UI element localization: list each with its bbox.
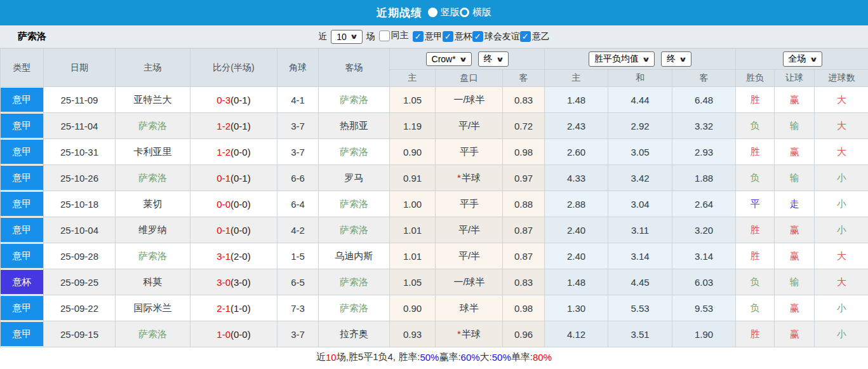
page-title: 近期战绩 [377,6,422,20]
avg-lose-odds: 1.88 [672,165,736,191]
subcol-ah-line: 盘口 [436,70,503,87]
avg-time-select[interactable]: 终 ∨ [661,51,691,67]
score-cell: 0-1(0-0) [190,217,277,243]
outcome-result: 负 [736,165,775,191]
same-home-checkbox[interactable]: 同主 [379,30,409,41]
col-header-type: 类型 [1,49,44,87]
chevron-down-icon: ∨ [495,55,504,64]
chevron-down-icon: ∨ [642,55,650,64]
table-row: 意甲 25-09-28 萨索洛 3-1(2-0) 1-5 乌迪内斯 1.01 平… [1,243,868,269]
ah-home-odds: 0.91 [390,165,436,191]
handicap-time-select[interactable]: 终 ∨ [478,51,509,67]
league-checkbox-意甲[interactable]: ✓意甲 [413,31,443,43]
outcome-result: 负 [736,269,775,295]
goals-result: 小 [815,165,868,191]
away-team: 拉齐奥 [319,321,390,347]
result-group-header: 全场 ∨ [736,49,868,70]
home-team: 亚特兰大 [116,87,190,113]
ah-away-odds: 0.87 [503,243,545,269]
avg-odds-select[interactable]: 胜平负均值 ∨ [589,51,655,67]
league-checkbox-意乙[interactable]: ✓意乙 [520,31,550,43]
summary-segment: 场,胜5平1负4, 胜率: [337,351,420,363]
home-team: 萨索洛 [116,113,190,139]
league-type-cell: 意甲 [1,217,44,243]
table-row: 意甲 25-10-31 卡利亚里 1-2(0-0) 3-7 萨索洛 0.90 平… [1,139,868,165]
avg-win-odds: 2.43 [545,113,608,139]
corner-count: 6-6 [277,165,319,191]
checkbox-checked-icon[interactable]: ✓ [472,31,483,42]
league-checkbox-球会友谊[interactable]: ✓球会友谊 [472,31,520,43]
chevron-down-icon: ∨ [679,55,687,64]
away-team: 萨索洛 [319,191,390,217]
avg-win-odds: 1.48 [545,87,608,113]
score-cell: 1-0(0-0) [190,321,277,347]
period-select[interactable]: 全场 ∨ [783,51,822,67]
handicap-result: 输 [775,165,815,191]
ah-away-odds: 0.87 [503,217,545,243]
checkbox-label: 意乙 [532,31,550,43]
checkbox-checked-icon[interactable]: ✓ [443,31,453,42]
summary-segment: 50% [492,352,511,363]
table-row: 意甲 25-11-09 亚特兰大 0-3(0-1) 4-1 萨索洛 1.05 一… [1,87,868,113]
col-header-date: 日期 [44,49,116,87]
ah-home-odds: 1.01 [390,217,436,243]
chevron-down-icon: ∨ [809,55,817,64]
same-home-checkbox-wrap: 同主 [379,30,409,43]
subcol-avg-draw: 和 [608,70,672,87]
checkbox-label: 意甲 [425,31,443,43]
avg-odds-group-header: 胜平负均值 ∨ 终 ∨ [545,49,736,70]
col-header-corner: 角球 [277,49,319,87]
table-row: 意甲 25-09-15 萨索洛 1-0(0-0) 3-7 拉齐奥 0.93 *半… [1,321,868,347]
match-date: 25-09-15 [44,321,116,347]
bookmaker-select[interactable]: Crow* ∨ [426,52,472,66]
layout-radio-horizontal[interactable]: 横版 [460,6,491,18]
radio-icon[interactable] [460,8,469,17]
title-bar: 近期战绩 竖版横版 [0,0,868,25]
avg-lose-odds: 2.93 [672,139,736,165]
avg-win-odds: 2.40 [545,243,608,269]
checkbox-label: 同主 [391,30,409,41]
table-row: 意甲 25-10-18 莱切 0-0(0-0) 6-4 萨索洛 1.00 平手 … [1,191,868,217]
ah-home-odds: 0.90 [390,295,436,321]
outcome-result: 胜 [736,217,775,243]
subcol-goals: 进球数 [815,70,868,87]
match-date: 25-10-26 [44,165,116,191]
subcol-avg-lose: 客 [672,70,736,87]
league-type-cell: 意甲 [1,113,44,139]
avg-draw-odds: 4.44 [608,87,672,113]
home-team: 萨索洛 [116,243,190,269]
outcome-result: 胜 [736,139,775,165]
layout-radio-group: 竖版横版 [428,6,491,20]
avg-draw-odds: 4.45 [608,269,672,295]
avg-draw-odds: 3.04 [608,191,672,217]
ah-away-odds: 0.88 [503,191,545,217]
goals-result: 大 [815,243,868,269]
league-type-cell: 意甲 [1,139,44,165]
away-team: 罗马 [319,165,390,191]
summary-segment: 10 [326,352,337,363]
avg-draw-odds: 2.92 [608,113,672,139]
subcol-handicap-result: 让球 [775,70,815,87]
handicap-result: 走 [775,191,815,217]
avg-lose-odds: 2.64 [672,191,736,217]
radio-icon[interactable] [428,8,437,17]
ah-away-odds: 0.98 [503,139,545,165]
checkbox-unchecked-icon[interactable] [379,30,390,41]
handicap-result: 赢 [775,217,815,243]
avg-draw-odds: 3.42 [608,165,672,191]
ah-home-odds: 0.90 [390,139,436,165]
summary-segment: 赢率: [439,351,460,363]
handicap-result: 输 [775,269,815,295]
ah-line: 平手 [436,139,503,165]
checkbox-checked-icon[interactable]: ✓ [520,31,531,42]
avg-win-odds: 4.12 [545,321,608,347]
league-checkbox-意杯[interactable]: ✓意杯 [443,31,472,43]
team-name: 萨索洛 [18,30,46,43]
layout-radio-vertical[interactable]: 竖版 [428,6,460,18]
checkbox-checked-icon[interactable]: ✓ [413,31,424,42]
match-date: 25-10-04 [44,217,116,243]
corner-count: 7-3 [277,295,319,321]
summary-segment: 80% [533,352,552,363]
outcome-result: 胜 [736,321,775,347]
match-count-select[interactable]: 10 ∨ [331,30,363,44]
